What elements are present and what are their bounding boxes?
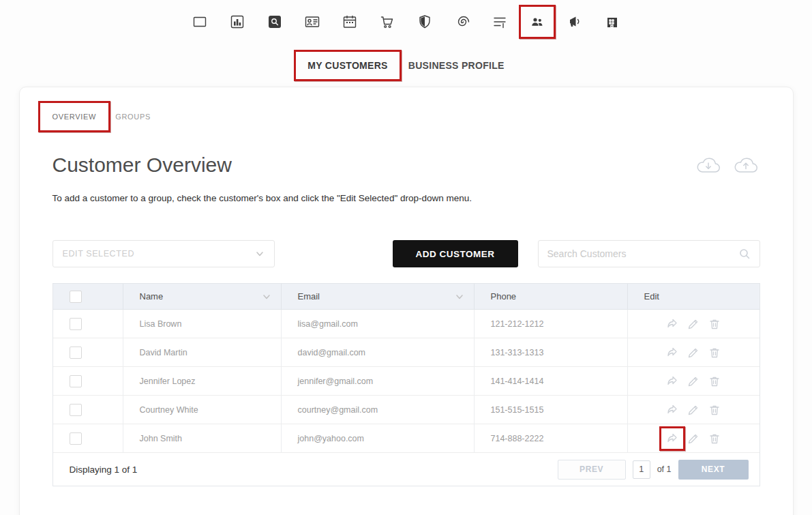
edit-selected-label: EDIT SELECTED: [63, 249, 135, 259]
import-export-actions: [694, 154, 760, 176]
table-row: David Martin david@gmail.com 131-313-131…: [53, 338, 760, 367]
search-icon[interactable]: [738, 248, 751, 260]
instructions-text: To add a customer to a group, check the …: [52, 193, 760, 203]
table-footer: Displaying 1 of 1 PREV of 1 NEXT: [53, 453, 760, 486]
table-row: Courtney White courtney@gmail.com 151-51…: [53, 396, 760, 424]
table-header-row: Name Email Phone Edit: [53, 284, 760, 310]
prev-button[interactable]: PREV: [558, 460, 626, 480]
megaphone-icon[interactable]: [567, 14, 583, 30]
edit-pencil-icon[interactable]: [687, 374, 700, 388]
chevron-down-icon: [255, 249, 265, 259]
select-all-checkbox[interactable]: [70, 291, 82, 303]
customers-card: OVERVIEW GROUPS Customer Overview To add…: [19, 87, 794, 515]
users-icon[interactable]: [529, 14, 545, 30]
customer-name: Courtney White: [123, 396, 282, 424]
customer-name: John Smith: [123, 424, 282, 453]
upload-cloud-icon[interactable]: [732, 154, 760, 176]
top-tabs: MY CUSTOMERS BUSINESS PROFILE: [0, 60, 812, 71]
search-customers-box: [538, 240, 760, 267]
edit-pencil-icon[interactable]: [687, 317, 700, 331]
page-count-label: of 1: [657, 465, 672, 474]
column-header-phone: Phone: [491, 291, 517, 301]
forward-icon[interactable]: [665, 346, 679, 359]
row-checkbox[interactable]: [70, 318, 82, 330]
cart-icon[interactable]: [379, 14, 395, 30]
customer-phone: 714-888-2222: [475, 424, 628, 453]
bar-chart-icon[interactable]: [229, 14, 245, 30]
window-icon[interactable]: [192, 14, 208, 30]
displaying-count: Displaying 1 of 1: [70, 465, 138, 475]
delete-trash-icon[interactable]: [708, 317, 721, 331]
page-tabs: OVERVIEW GROUPS: [52, 113, 760, 121]
forward-icon[interactable]: [665, 317, 679, 331]
delete-trash-icon[interactable]: [708, 403, 721, 417]
search-square-icon[interactable]: [267, 14, 283, 30]
forward-icon[interactable]: [665, 403, 679, 417]
tab-groups[interactable]: GROUPS: [115, 113, 151, 121]
app-toolbar: [0, 0, 812, 30]
customers-table: Name Email Phone Edit Lisa Brown lisa@gm…: [52, 283, 760, 486]
customer-email: lisa@gmail.com: [282, 310, 475, 338]
delete-trash-icon[interactable]: [708, 346, 721, 359]
row-checkbox[interactable]: [70, 404, 82, 416]
customer-phone: 151-515-1515: [475, 396, 628, 424]
column-header-name: Name: [140, 291, 164, 301]
column-header-email: Email: [298, 291, 320, 301]
row-checkbox[interactable]: [70, 347, 82, 359]
forward-icon[interactable]: [665, 374, 679, 388]
shield-icon[interactable]: [417, 14, 433, 30]
table-row: Jennifer Lopez jennifer@gmail.com 141-41…: [53, 367, 760, 396]
building-icon[interactable]: [604, 14, 620, 30]
customer-phone: 131-313-1313: [475, 338, 628, 367]
contact-card-icon[interactable]: [304, 14, 320, 30]
customer-email: john@yahoo.com: [282, 424, 475, 453]
email-sort-chevron-icon[interactable]: [455, 292, 464, 301]
tab-my-customers[interactable]: MY CUSTOMERS: [307, 60, 387, 71]
table-row: John Smith john@yahoo.com 714-888-2222: [53, 424, 760, 453]
page-number-input[interactable]: [633, 460, 650, 479]
tab-overview[interactable]: OVERVIEW: [52, 113, 97, 121]
customer-name: Jennifer Lopez: [123, 367, 282, 396]
search-input[interactable]: [547, 248, 738, 259]
customer-phone: 141-414-1414: [475, 367, 628, 396]
page-title: Customer Overview: [52, 153, 232, 177]
edit-pencil-icon[interactable]: [687, 432, 700, 445]
forward-icon[interactable]: [665, 432, 679, 445]
edit-selected-dropdown[interactable]: EDIT SELECTED: [52, 240, 275, 267]
edit-pencil-icon[interactable]: [687, 346, 700, 359]
download-cloud-icon[interactable]: [694, 154, 723, 176]
customer-email: david@gmail.com: [282, 338, 475, 367]
calendar-icon[interactable]: [342, 14, 358, 30]
spiral-icon[interactable]: [454, 14, 470, 30]
delete-trash-icon[interactable]: [708, 432, 721, 445]
tab-business-profile[interactable]: BUSINESS PROFILE: [408, 60, 505, 71]
next-button[interactable]: NEXT: [678, 460, 749, 480]
row-checkbox[interactable]: [70, 375, 82, 387]
table-row: Lisa Brown lisa@gmail.com 121-212-1212: [53, 310, 760, 338]
column-header-edit: Edit: [644, 291, 659, 301]
row-checkbox[interactable]: [70, 432, 82, 445]
pagination: PREV of 1 NEXT: [558, 460, 749, 480]
filter-lines-icon[interactable]: [492, 14, 508, 30]
delete-trash-icon[interactable]: [708, 374, 721, 388]
customer-name: David Martin: [123, 338, 282, 367]
add-customer-button[interactable]: ADD CUSTOMER: [393, 240, 518, 267]
customer-name: Lisa Brown: [123, 310, 282, 338]
customer-email: courtney@gmail.com: [282, 396, 475, 424]
customer-phone: 121-212-1212: [475, 310, 628, 338]
edit-pencil-icon[interactable]: [687, 403, 700, 417]
name-sort-chevron-icon[interactable]: [262, 292, 271, 301]
customer-email: jennifer@gmail.com: [282, 367, 475, 396]
